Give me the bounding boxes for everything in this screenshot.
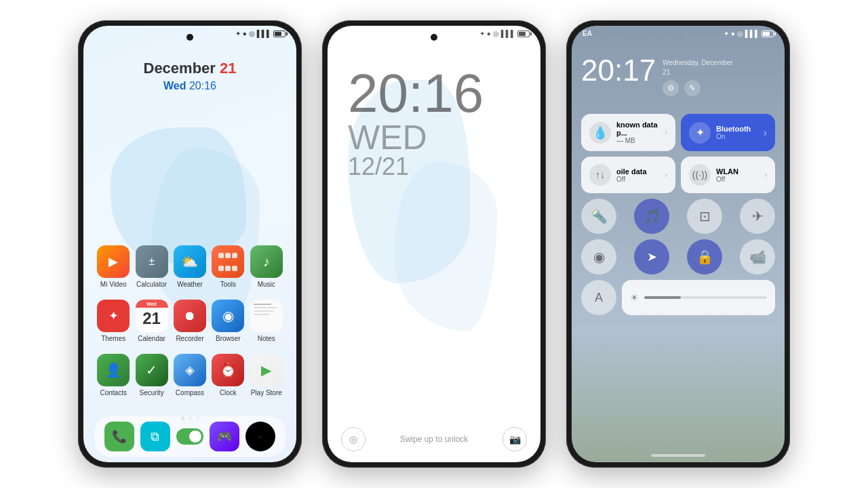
dock-black[interactable]: ·: [245, 422, 275, 451]
bluetooth-tile-text: Bluetooth On: [716, 125, 758, 140]
calendar-label: Calendar: [138, 335, 165, 343]
security-icon[interactable]: ✓: [136, 354, 168, 386]
fingerprint-button[interactable]: ◎: [341, 427, 366, 451]
cc-wlan-tile[interactable]: ((·)) WLAN Off ›: [681, 157, 775, 193]
time-label: 20:16: [189, 80, 216, 92]
flashlight-icon: 🔦: [591, 208, 608, 224]
dock-files[interactable]: ⧉: [140, 422, 170, 451]
network-bars-2: ▌▌▌: [501, 30, 515, 37]
phone3-screen: EA ✦ ● ◎ ▌▌▌ 20:17 Wednesday, December: [572, 26, 785, 462]
notes-label: Notes: [258, 335, 275, 343]
calculator-icon[interactable]: ±: [136, 245, 168, 278]
contacts-icon[interactable]: 👤: [97, 354, 130, 386]
app-tools[interactable]: Tools: [209, 245, 247, 289]
app-clock[interactable]: ⏰ Clock: [209, 354, 247, 397]
mi-video-icon[interactable]: ▶: [97, 245, 130, 278]
battery-icon-3: [762, 30, 774, 37]
status-icons: ✦ ● ◎ ▌▌▌: [235, 30, 285, 37]
app-calculator[interactable]: ± Calculator: [133, 245, 171, 289]
cc-screenshot-btn[interactable]: ⊡: [687, 199, 722, 234]
auto-label: A: [595, 291, 603, 305]
contacts-label: Contacts: [100, 389, 126, 397]
home-indicator: [651, 454, 705, 457]
compass-icon[interactable]: ◈: [174, 354, 206, 386]
calculator-label: Calculator: [136, 281, 167, 289]
music-icon[interactable]: ♪: [250, 245, 283, 278]
app-contacts[interactable]: 👤 Contacts: [94, 354, 132, 397]
app-mi-video[interactable]: ▶ Mi Video: [94, 245, 132, 289]
cc-privacy-btn[interactable]: 🔒: [687, 239, 722, 274]
dark-mode-icon: ◉: [593, 249, 605, 265]
mobile-tile-title: oile data: [616, 167, 660, 176]
dock-phone[interactable]: 📞: [104, 422, 134, 451]
location-icon: ➤: [647, 249, 657, 264]
playstore-icon[interactable]: ▶: [250, 354, 283, 386]
cc-data-tile[interactable]: 💧 known data p... — MB ›: [581, 114, 675, 151]
wifi-icon: ◎: [249, 30, 255, 37]
themes-icon[interactable]: ✦: [97, 300, 130, 332]
cc-camera-btn[interactable]: 📹: [740, 239, 775, 274]
data-tile-arrow: ›: [665, 129, 667, 136]
wlan-tile-sub: Off: [716, 176, 760, 183]
brightness-fill: [644, 296, 681, 299]
clock-icon[interactable]: ⏰: [212, 354, 244, 386]
wifi-icon-3: ◎: [737, 30, 743, 37]
themes-label: Themes: [101, 335, 125, 343]
cc-mobile-tile[interactable]: ↑↓ oile data Off ›: [581, 157, 675, 193]
weather-icon[interactable]: ⛅: [174, 245, 206, 278]
app-themes[interactable]: ✦ Themes: [94, 300, 132, 343]
calendar-icon[interactable]: Wed 21: [136, 300, 168, 332]
cc-flashlight-btn[interactable]: 🔦: [581, 199, 616, 234]
cc-music-btn[interactable]: 🎵: [634, 199, 669, 234]
cc-edit-icon[interactable]: ✎: [684, 80, 701, 96]
cc-header: 20:17 Wednesday, December 21 ⚙ ✎: [581, 35, 775, 96]
music-control-icon: 🎵: [644, 208, 660, 224]
data-tile-icon: 💧: [589, 122, 611, 144]
bluetooth-icon-3: ✦: [724, 30, 729, 37]
cc-circle-row-1: 🔦 🎵 ⊡ ✈: [581, 199, 775, 234]
cc-auto-btn[interactable]: A: [581, 280, 616, 315]
app-recorder[interactable]: ⏺ Recorder: [171, 300, 209, 343]
cc-tile-row-2: ↑↓ oile data Off › ((·)) WLAN Off ›: [581, 157, 775, 193]
cc-day-num: 21: [663, 68, 670, 76]
weather-label: Weather: [177, 281, 203, 289]
dock-toggle[interactable]: [176, 428, 203, 445]
camera-button[interactable]: 📷: [502, 427, 527, 451]
network-bars: ▌▌▌: [257, 30, 271, 37]
bluetooth-tile-arrow: ›: [764, 127, 767, 139]
brightness-icon: ☀: [630, 292, 639, 303]
app-security[interactable]: ✓ Security: [133, 354, 171, 397]
music-label: Music: [258, 281, 275, 289]
browser-icon[interactable]: ◉: [212, 300, 244, 332]
app-playstore[interactable]: ▶ Play Store: [248, 354, 285, 397]
app-calendar[interactable]: Wed 21 Calendar: [133, 300, 171, 343]
app-weather[interactable]: ⛅ Weather: [171, 245, 209, 289]
screenshot-icon: ⊡: [699, 208, 711, 224]
app-compass[interactable]: ◈ Compass: [171, 354, 209, 397]
month-label: December: [144, 60, 220, 77]
app-browser[interactable]: ◉ Browser: [209, 300, 247, 343]
app-notes[interactable]: Notes: [248, 300, 285, 343]
brightness-slider[interactable]: ☀: [622, 280, 775, 315]
camera-icon: 📷: [509, 434, 521, 445]
cc-airplane-btn[interactable]: ✈: [740, 199, 775, 234]
signal-icon-3: ●: [731, 30, 735, 37]
dock-game[interactable]: 🎮: [210, 422, 239, 451]
privacy-icon: 🔒: [696, 249, 713, 265]
cc-brightness-row: A ☀: [581, 280, 775, 315]
app-music[interactable]: ♪ Music: [248, 245, 285, 289]
brightness-track: [644, 296, 767, 299]
cc-time-section: 20:17 Wednesday, December 21 ⚙ ✎: [581, 56, 775, 96]
bluetooth-tile-title: Bluetooth: [716, 125, 758, 133]
lock-bottom-controls: ◎ Swipe up to unlock 📷: [328, 427, 540, 451]
carrier-label: EA: [583, 30, 592, 37]
cc-dark-btn[interactable]: ◉: [581, 239, 616, 274]
tools-icon[interactable]: [212, 245, 244, 278]
cc-bluetooth-tile[interactable]: ✦ Bluetooth On ›: [681, 114, 775, 151]
bluetooth-icon: ✦: [235, 30, 241, 37]
notes-icon[interactable]: [250, 300, 283, 332]
cc-settings-icon[interactable]: ⚙: [663, 80, 679, 96]
cc-location-btn[interactable]: ➤: [634, 239, 669, 274]
phone1-screen: ✦ ● ◎ ▌▌▌ December 21 Wed 20:16: [83, 26, 296, 462]
recorder-icon[interactable]: ⏺: [174, 300, 206, 332]
